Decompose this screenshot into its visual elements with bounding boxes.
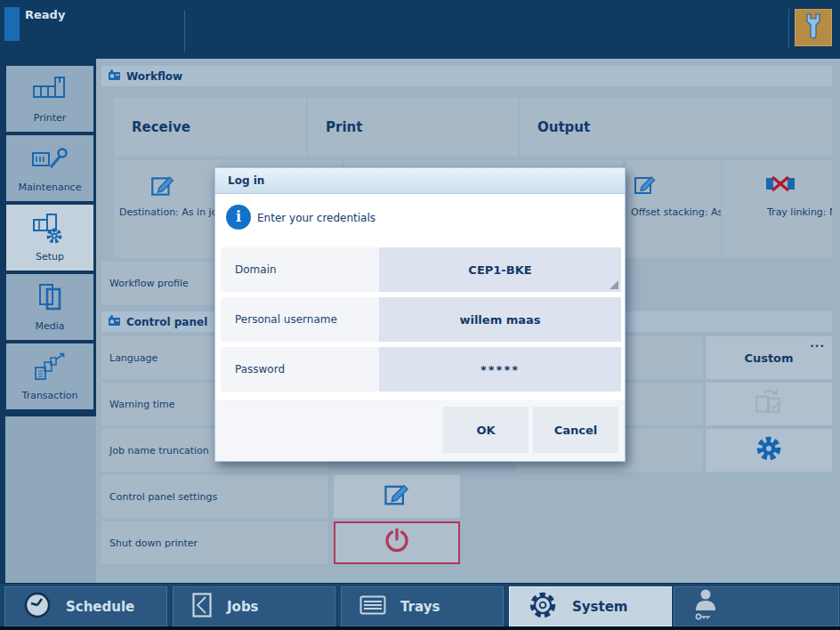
login-dialog-title: Log in bbox=[215, 168, 625, 194]
column-header-output: Output bbox=[520, 98, 832, 157]
column-header-print: Print bbox=[308, 98, 518, 157]
sidebar-item-label: Maintenance bbox=[19, 182, 82, 193]
domain-field-value[interactable]: CEP1-BKE bbox=[379, 247, 621, 292]
tray-linking-cell[interactable]: Tray linking: Never bbox=[723, 160, 832, 258]
jobs-icon bbox=[191, 592, 213, 622]
tab-label: Trays bbox=[400, 599, 440, 615]
login-dialog: Log in i Enter your credentials Domain C… bbox=[214, 167, 626, 462]
setup-icon bbox=[31, 205, 69, 251]
login-dialog-message: Enter your credentials bbox=[257, 212, 376, 224]
maintenance-icon bbox=[31, 135, 69, 182]
copy-verify-icon bbox=[753, 387, 785, 421]
domain-value-text: CEP1-BKE bbox=[468, 263, 531, 277]
sidebar-item-label: Transaction bbox=[22, 390, 78, 401]
offset-stacking-label: Offset stacking: As in job bbox=[631, 206, 721, 218]
trays-icon bbox=[359, 594, 386, 619]
password-field-label: Password bbox=[221, 347, 379, 392]
printer-control-panel: Ready Printer Maintenance Setup Med bbox=[0, 0, 840, 630]
edit-icon bbox=[149, 173, 176, 203]
edit-icon bbox=[383, 481, 411, 513]
clock-icon bbox=[23, 591, 52, 623]
topbar-divider bbox=[184, 11, 185, 52]
sidebar-item-label: Setup bbox=[36, 251, 64, 262]
more-options-ellipsis[interactable]: ... bbox=[810, 337, 825, 350]
user-key-icon bbox=[692, 587, 723, 626]
sidebar-item-media[interactable]: Media bbox=[6, 274, 93, 340]
workflow-profile-label: Workflow profile bbox=[109, 278, 189, 289]
tray-linking-label: Tray linking: Never bbox=[767, 206, 832, 218]
tab-jobs[interactable]: Jobs bbox=[173, 586, 335, 626]
wrench-icon bbox=[804, 12, 823, 43]
shut-down-button[interactable] bbox=[334, 521, 460, 564]
warning-time-label: Warning time bbox=[109, 399, 175, 410]
sidebar-item-printer[interactable]: Printer bbox=[6, 66, 93, 132]
custom-setting-button[interactable]: ... Custom bbox=[706, 336, 832, 379]
column-header-receive: Receive bbox=[114, 98, 306, 157]
service-button[interactable] bbox=[795, 9, 832, 46]
login-dialog-info-row: i Enter your credentials bbox=[215, 195, 625, 241]
status-bar: Ready bbox=[0, 0, 840, 59]
password-masked-text: ***** bbox=[481, 363, 520, 376]
shut-down-printer-row: Shut down printer bbox=[101, 521, 327, 564]
username-field-value[interactable]: willem maas bbox=[379, 297, 621, 342]
control-panel-icon bbox=[108, 313, 121, 330]
transaction-icon bbox=[32, 343, 68, 390]
workflow-section-title: Workflow bbox=[126, 70, 182, 83]
dropdown-corner-icon bbox=[610, 280, 618, 289]
tab-label: System bbox=[572, 599, 627, 615]
printer-icon bbox=[32, 66, 68, 112]
system-gear-icon bbox=[528, 590, 558, 624]
printer-status-text: Ready bbox=[25, 8, 65, 21]
tab-trays[interactable]: Trays bbox=[341, 586, 504, 626]
cancel-button[interactable]: Cancel bbox=[533, 407, 618, 453]
tab-user-login[interactable] bbox=[674, 586, 839, 626]
offset-stacking-cell[interactable]: Offset stacking: As in job bbox=[626, 160, 721, 258]
tab-system[interactable]: System bbox=[509, 586, 672, 626]
control-panel-settings-button[interactable] bbox=[334, 475, 460, 518]
media-icon bbox=[34, 274, 66, 320]
status-accent-block bbox=[4, 7, 20, 41]
username-value-text: willem maas bbox=[459, 313, 540, 327]
tab-schedule[interactable]: Schedule bbox=[4, 586, 167, 626]
workflow-section-header: Workflow bbox=[101, 66, 832, 86]
tray-linking-icon bbox=[765, 173, 796, 199]
domain-field-label: Domain bbox=[221, 247, 379, 292]
sidebar-lower-panel bbox=[0, 416, 96, 583]
sidebar-item-transaction[interactable]: Transaction bbox=[6, 343, 93, 409]
tab-label: Schedule bbox=[66, 599, 134, 615]
control-panel-settings-row: Control panel settings bbox=[101, 475, 327, 518]
sidebar-item-label: Printer bbox=[34, 112, 67, 124]
shut-down-printer-label: Shut down printer bbox=[109, 537, 198, 549]
language-label: Language bbox=[109, 352, 158, 364]
custom-value-label: Custom bbox=[744, 351, 793, 365]
sidebar-item-label: Media bbox=[35, 320, 64, 332]
gear-icon bbox=[755, 434, 783, 466]
power-icon bbox=[382, 526, 412, 560]
edit-icon bbox=[633, 173, 658, 201]
password-field-value[interactable]: ***** bbox=[379, 347, 621, 392]
username-field-label: Personal username bbox=[221, 297, 379, 342]
control-panel-settings-label: Control panel settings bbox=[109, 491, 217, 503]
advanced-settings-button[interactable] bbox=[706, 429, 832, 472]
sidebar-item-maintenance[interactable]: Maintenance bbox=[6, 135, 93, 201]
workflow-icon bbox=[108, 68, 121, 85]
copy-jobs-button[interactable] bbox=[706, 383, 832, 425]
ok-button[interactable]: OK bbox=[443, 407, 529, 453]
topbar-divider-right bbox=[788, 9, 789, 48]
taskbar: Schedule Jobs Trays System bbox=[0, 583, 840, 630]
tab-label: Jobs bbox=[227, 599, 259, 615]
job-name-truncation-label: Job name truncation bbox=[109, 445, 209, 456]
control-panel-section-title: Control panel bbox=[126, 316, 207, 328]
info-icon: i bbox=[226, 205, 251, 230]
sidebar-item-setup[interactable]: Setup bbox=[6, 205, 93, 271]
